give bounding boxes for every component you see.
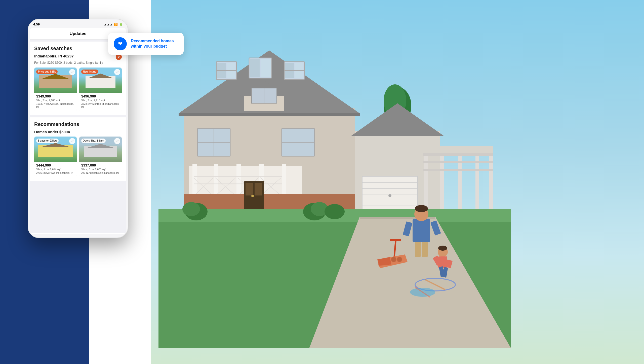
search-criteria: For Sale, $250-$500, 3 beds, 2 baths, Si… — [34, 61, 122, 64]
signal-icon: ▲▲▲ — [104, 23, 113, 26]
svg-marker-54 — [351, 103, 444, 136]
listing-image-2: New listing ♡ — [79, 68, 122, 93]
phone-content: Updates Saved searches Indianapolis, IN … — [30, 28, 126, 234]
rec-listing-image-1: 5 days on Zillow ♡ — [34, 137, 77, 162]
rec-listing-price-2: $337,000 — [81, 163, 120, 167]
svg-rect-31 — [282, 164, 286, 196]
svg-rect-44 — [246, 183, 253, 195]
recommendation-listings: 5 days on Zillow ♡ $444,900 3 bds, 2 ba,… — [34, 137, 122, 177]
recommendations-title: Recommendations — [34, 121, 122, 127]
search-location-title: Indianapolis, IN 46237 — [34, 54, 74, 58]
svg-rect-71 — [423, 169, 493, 171]
listing-price-1: $349,900 — [36, 94, 75, 98]
svg-rect-62 — [423, 146, 493, 154]
svg-point-88 — [438, 246, 447, 251]
listing-card-2[interactable]: New listing ♡ $496,900 3 bd, 2 ba, 2,215… — [79, 68, 122, 111]
rec-listing-details-2: 3 bds, 3 ba, 2,603 sqft 233 N Addison St… — [81, 168, 120, 175]
wifi-icon: 🛜 — [114, 23, 118, 26]
recommendations-section: Recommendations Homes under $500K 5 days… — [30, 117, 126, 181]
rec-listing-image-2: Open: Thu. 1-5pm ♡ — [79, 137, 122, 162]
background-scene — [151, 0, 644, 364]
svg-point-101 — [182, 202, 200, 216]
svg-rect-29 — [236, 164, 241, 196]
favorite-button-4[interactable]: ♡ — [114, 138, 120, 144]
new-listing-badge: New listing — [81, 70, 98, 74]
svg-rect-82 — [413, 219, 430, 242]
svg-rect-81 — [422, 239, 428, 257]
phone-scroll-area[interactable]: Saved searches Indianapolis, IN 46237 2 … — [30, 40, 126, 233]
status-bar: 4:59 ▲▲▲ 🛜 🔋 — [28, 19, 128, 26]
search-header-row: Indianapolis, IN 46237 2 — [34, 54, 122, 60]
screen-title: Updates — [69, 31, 86, 36]
notification-heart-icon: ❤ — [114, 37, 127, 50]
svg-point-104 — [325, 204, 345, 219]
open-house-badge: Open: Thu. 1-5pm — [81, 139, 106, 143]
listing-card-1[interactable]: Price cut: $25k ♡ $349,900 3 bd, 2 ba, 2… — [34, 68, 77, 111]
notification-popup: ❤ Recommended homes within your budget — [108, 33, 184, 55]
battery-icon: 🔋 — [119, 23, 123, 26]
days-on-zillow-badge: 5 days on Zillow — [36, 139, 59, 143]
favorite-button-1[interactable]: ♡ — [69, 69, 75, 75]
house-illustration — [158, 20, 511, 348]
listing-price-2: $496,900 — [81, 94, 120, 98]
status-icons: ▲▲▲ 🛜 🔋 — [104, 23, 123, 26]
favorite-button-2[interactable]: ♡ — [114, 69, 120, 75]
listing-image-1: Price cut: $25k ♡ — [34, 68, 77, 93]
notification-text: Recommended homes within your budget — [131, 39, 174, 49]
svg-rect-28 — [214, 164, 218, 196]
rec-subtitle: Homes under $500K — [34, 130, 122, 134]
listing-details-1: 3 bd, 2 ba, 2,100 sqft 10032 44th Ave SW… — [36, 99, 75, 109]
svg-rect-45 — [255, 183, 262, 195]
saved-search-listings: Price cut: $25k ♡ $349,900 3 bd, 2 ba, 2… — [34, 68, 122, 111]
rec-listing-info-2: $337,000 3 bds, 3 ba, 2,603 sqft 233 N A… — [79, 162, 122, 177]
svg-point-46 — [251, 195, 254, 197]
favorite-button-3[interactable]: ♡ — [69, 138, 75, 144]
rec-listing-info-1: $444,900 3 bds, 2 ba, 2,614 sqft 2705 Sh… — [34, 162, 77, 177]
svg-rect-80 — [415, 239, 421, 257]
rec-listing-price-1: $444,900 — [36, 163, 75, 167]
rec-listing-details-1: 3 bds, 2 ba, 2,614 sqft 2705 Shriver Ave… — [36, 168, 75, 175]
price-cut-badge: Price cut: $25k — [36, 70, 58, 74]
svg-rect-70 — [423, 161, 493, 163]
svg-rect-26 — [186, 161, 304, 166]
svg-marker-8 — [179, 113, 360, 116]
svg-rect-95 — [390, 239, 401, 241]
rec-listing-card-2[interactable]: Open: Thu. 1-5pm ♡ $337,000 3 bds, 3 ba,… — [79, 137, 122, 177]
listing-info-1: $349,900 3 bd, 2 ba, 2,100 sqft 10032 44… — [34, 93, 77, 111]
svg-point-86 — [415, 205, 428, 212]
listing-details-2: 3 bd, 2 ba, 2,215 sqft 3528 SW Monroe St… — [81, 99, 120, 109]
time-display: 4:59 — [33, 22, 40, 26]
svg-rect-69 — [423, 153, 493, 156]
svg-point-61 — [388, 194, 391, 197]
rec-listing-card-1[interactable]: 5 days on Zillow ♡ $444,900 3 bds, 2 ba,… — [34, 137, 77, 177]
listing-info-2: $496,900 3 bd, 2 ba, 2,215 sqft 3528 SW … — [79, 93, 122, 111]
